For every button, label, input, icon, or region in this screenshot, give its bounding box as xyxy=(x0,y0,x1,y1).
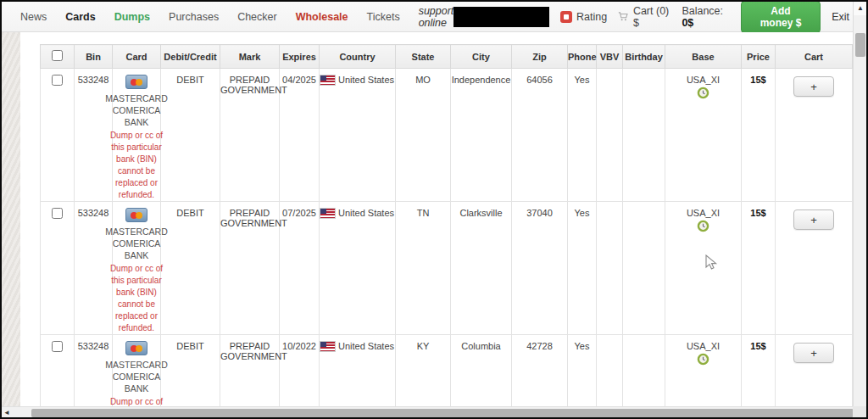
zip-cell: 42728 xyxy=(512,335,568,407)
nav-item-cards[interactable]: Cards xyxy=(65,11,95,23)
app-window: News Cards Dumps Purchases Checker Whole… xyxy=(0,0,868,419)
mark-cell: PREPAID GOVERNMENT xyxy=(220,202,280,335)
table-row: 533248 MASTERCARD COMERICA BANK Dump or … xyxy=(41,202,853,335)
birthday-cell xyxy=(623,69,665,202)
col-header-city: City xyxy=(451,45,512,69)
mastercard-icon xyxy=(125,341,147,355)
table-row: 533248 MASTERCARD COMERICA BANK Dump or … xyxy=(41,335,853,407)
country-cell: United States xyxy=(320,202,396,335)
state-cell: TN xyxy=(396,202,451,335)
nav-item-purchases[interactable]: Purchases xyxy=(169,11,219,23)
price-cell: 15$ xyxy=(742,69,776,202)
country-name: United States xyxy=(338,341,394,351)
cards-table: Bin Card Debit/Credit Mark Expires Count… xyxy=(40,44,853,406)
cart-label: Cart (0) $ xyxy=(633,5,671,29)
horizontal-scrollbar[interactable]: ◄ xyxy=(2,406,856,418)
card-cell: MASTERCARD COMERICA BANK Dump or cc of t… xyxy=(113,335,161,407)
vertical-scrollbar-thumb[interactable] xyxy=(855,33,865,57)
scroll-left-arrow-icon[interactable]: ◄ xyxy=(3,410,10,416)
add-to-cart-button[interactable]: + xyxy=(793,210,834,230)
col-header-zip: Zip xyxy=(512,45,568,69)
vbv-cell xyxy=(597,69,623,202)
cart-cell: + xyxy=(776,202,853,335)
us-flag-icon xyxy=(320,342,335,351)
nav-item-dumps[interactable]: Dumps xyxy=(114,11,150,23)
country-name: United States xyxy=(338,75,394,85)
col-header-select xyxy=(41,45,75,69)
horizontal-scrollbar-thumb[interactable] xyxy=(31,409,854,417)
col-header-country: Country xyxy=(320,45,396,69)
exit-link[interactable]: Exit xyxy=(832,11,849,23)
phone-cell: Yes xyxy=(568,69,597,202)
nav-item-tickets[interactable]: Tickets xyxy=(367,11,400,23)
state-cell: MO xyxy=(396,69,451,202)
balance-value: 0$ xyxy=(682,17,693,29)
scrollbar-corner xyxy=(853,406,866,418)
base-cell: USA_XI xyxy=(665,69,742,202)
col-header-debit-credit: Debit/Credit xyxy=(161,45,220,69)
add-money-button[interactable]: Add money $ xyxy=(741,1,821,33)
col-header-state: State xyxy=(396,45,451,69)
us-flag-icon xyxy=(320,75,335,85)
mastercard-icon xyxy=(125,208,147,222)
nav-item-news[interactable]: News xyxy=(20,11,47,23)
col-header-base: Base xyxy=(665,45,742,69)
vertical-scrollbar[interactable]: ▲ xyxy=(853,2,866,406)
scroll-up-arrow-icon[interactable]: ▲ xyxy=(854,2,867,15)
debit-credit-cell: DEBIT xyxy=(161,202,220,335)
vbv-cell xyxy=(597,202,623,335)
add-to-cart-button[interactable]: + xyxy=(793,76,834,97)
cart-cell: + xyxy=(776,69,853,202)
state-cell: KY xyxy=(396,335,451,407)
nav-item-support-online[interactable]: support online xyxy=(419,5,454,29)
base-name: USA_XI xyxy=(665,75,741,85)
base-cell: USA_XI xyxy=(665,202,742,335)
row-checkbox[interactable] xyxy=(52,341,63,352)
price-cell: 15$ xyxy=(742,335,776,407)
birthday-cell xyxy=(623,335,665,407)
col-header-mark: Mark xyxy=(220,45,280,69)
col-header-bin: Bin xyxy=(75,45,113,69)
base-clock-icon xyxy=(697,220,709,232)
row-checkbox[interactable] xyxy=(52,208,63,219)
select-all-checkbox[interactable] xyxy=(52,50,63,61)
base-name: USA_XI xyxy=(665,208,741,218)
zip-cell: 37040 xyxy=(512,202,568,335)
city-cell: Columbia xyxy=(451,335,512,407)
card-cell: MASTERCARD COMERICA BANK Dump or cc of t… xyxy=(113,69,161,202)
cart-cell: + xyxy=(776,335,853,407)
country-cell: United States xyxy=(320,69,396,202)
col-header-expires: Expires xyxy=(280,45,320,69)
mastercard-icon xyxy=(125,75,147,89)
base-cell: USA_XI xyxy=(665,335,742,407)
navbar-right: Rating Cart (0) $ Balance: 0$ Add money … xyxy=(453,1,849,33)
table-body: 533248 MASTERCARD COMERICA BANK Dump or … xyxy=(41,69,853,407)
cart-link[interactable]: Cart (0) $ xyxy=(618,5,670,29)
col-header-card: Card xyxy=(113,45,161,69)
base-clock-icon xyxy=(697,87,709,99)
nav-item-wholesale[interactable]: Wholesale xyxy=(296,11,348,23)
select-cell xyxy=(41,202,75,335)
nav-item-checker[interactable]: Checker xyxy=(237,11,277,23)
add-to-cart-button[interactable]: + xyxy=(793,343,834,363)
col-header-vbv: VBV xyxy=(597,45,623,69)
card-warning-text: Dump or cc of this particular bank (BIN)… xyxy=(103,130,170,201)
rating-icon xyxy=(560,11,572,23)
select-cell xyxy=(41,69,75,202)
content-area: Bin Card Debit/Credit Mark Expires Count… xyxy=(20,32,856,406)
mark-cell: PREPAID GOVERNMENT xyxy=(220,69,280,202)
col-header-birthday: Birthday xyxy=(623,45,665,69)
card-warning-text: Dump or cc of this particular bank (BIN)… xyxy=(103,263,170,334)
rating-link[interactable]: Rating xyxy=(560,11,607,23)
phone-cell: Yes xyxy=(568,335,597,407)
row-checkbox[interactable] xyxy=(52,75,63,86)
card-warning-text: Dump or cc of this particular bank (BIN)… xyxy=(103,396,170,406)
cart-icon xyxy=(618,11,629,22)
col-header-price: Price xyxy=(742,45,776,69)
debit-credit-cell: DEBIT xyxy=(161,69,220,202)
nav-menu: News Cards Dumps Purchases Checker Whole… xyxy=(20,5,453,29)
expires-cell: 10/2022 xyxy=(280,335,320,407)
country-cell: United States xyxy=(320,335,396,407)
base-name: USA_XI xyxy=(665,341,741,351)
phone-cell: Yes xyxy=(568,202,597,335)
